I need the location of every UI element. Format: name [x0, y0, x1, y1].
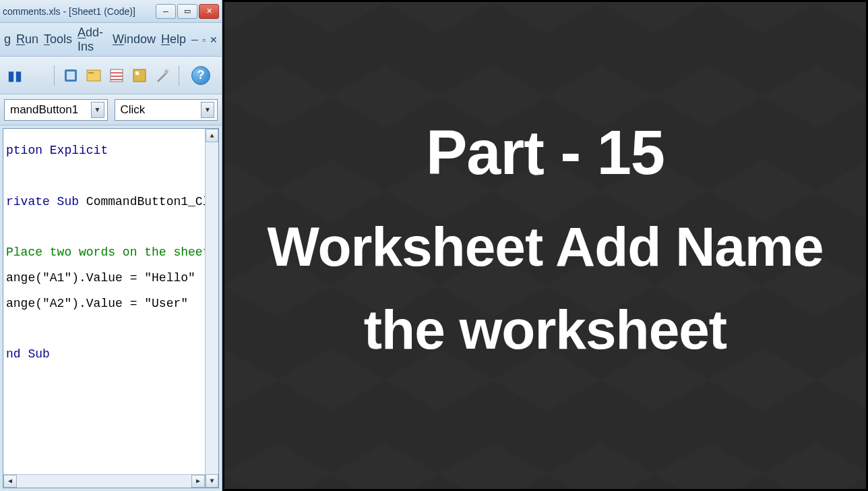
object-browser-icon[interactable] [130, 66, 149, 85]
dropdown-row: mandButton1 ▼ Click ▼ [0, 94, 222, 125]
code-text: ange("A2").Value = "User" [6, 297, 188, 310]
menu-help[interactable]: Help [161, 32, 186, 47]
chevron-down-icon[interactable]: ▼ [201, 102, 214, 118]
reset-icon[interactable] [28, 66, 47, 85]
menu-window[interactable]: Window [113, 32, 156, 47]
overlay-title: Part - 15 [426, 120, 664, 185]
menu-run[interactable]: Run [16, 32, 38, 47]
menu-g[interactable]: g [4, 32, 11, 47]
window-controls: ─ ▭ ✕ [156, 4, 219, 19]
maximize-button[interactable]: ▭ [177, 4, 197, 19]
object-dropdown[interactable]: mandButton1 ▼ [4, 99, 108, 121]
vba-editor-window: comments.xls - [Sheet1 (Code)] ─ ▭ ✕ g R… [0, 0, 222, 491]
code-text: ange("A1").Value = "Hello" [6, 271, 195, 285]
code-comment: Place two words on the sheet [6, 246, 210, 259]
procedure-dropdown[interactable]: Click ▼ [115, 99, 218, 121]
object-dropdown-value: mandButton1 [10, 103, 78, 117]
mdi-close-icon[interactable]: ✕ [210, 34, 218, 45]
code-text: CommandButton1_Click() [79, 195, 219, 208]
svg-point-6 [164, 69, 168, 74]
scroll-left-icon[interactable]: ◀ [3, 475, 17, 488]
svg-rect-4 [133, 69, 146, 82]
properties-icon[interactable] [107, 66, 126, 85]
menu-bar: g Run Tools Add-Ins Window Help ─ ▫ ✕ [0, 23, 222, 57]
toolbox-icon[interactable] [153, 66, 172, 85]
close-button[interactable]: ✕ [199, 4, 219, 19]
code-text: Explicit [50, 144, 108, 157]
design-mode-icon[interactable] [61, 66, 80, 85]
svg-rect-5 [135, 71, 139, 75]
code-editor[interactable]: ption Explicit rivate Sub CommandButton1… [3, 128, 219, 488]
minimize-button[interactable]: ─ [156, 4, 176, 19]
overlay-subtitle-2: the worksheet [364, 288, 726, 371]
title-overlay: Part - 15 Worksheet Add Name the workshe… [222, 0, 868, 491]
code-keyword: rivate Sub [6, 195, 79, 208]
vertical-scrollbar[interactable]: ▲ ▼ [205, 129, 218, 488]
scroll-right-icon[interactable]: ▶ [191, 475, 205, 488]
help-icon[interactable]: ? [191, 66, 210, 85]
overlay-subtitle-1: Worksheet Add Name [268, 205, 824, 288]
mdi-restore-icon[interactable]: ▫ [202, 34, 206, 45]
svg-rect-2 [88, 72, 94, 74]
horizontal-scrollbar[interactable]: ◀ ▶ [3, 474, 205, 488]
scroll-up-icon[interactable]: ▲ [206, 129, 218, 142]
svg-rect-1 [87, 70, 100, 81]
chevron-down-icon[interactable]: ▼ [91, 102, 104, 118]
menu-addins[interactable]: Add-Ins [78, 26, 107, 54]
code-keyword: nd Sub [6, 347, 50, 361]
scroll-down-icon[interactable]: ▼ [206, 474, 218, 488]
titlebar: comments.xls - [Sheet1 (Code)] ─ ▭ ✕ [0, 0, 222, 23]
toolbar-divider [179, 65, 179, 86]
toolbar-divider [54, 65, 55, 86]
project-explorer-icon[interactable] [84, 66, 103, 85]
mdi-minimize-icon[interactable]: ─ [191, 34, 198, 45]
code-keyword: ption [6, 144, 50, 157]
toolbar: ▮▮ ? [0, 57, 222, 94]
break-icon[interactable]: ▮▮ [5, 66, 24, 85]
window-title: comments.xls - [Sheet1 (Code)] [3, 6, 135, 17]
menu-tools[interactable]: Tools [44, 32, 72, 47]
procedure-dropdown-value: Click [121, 103, 146, 117]
